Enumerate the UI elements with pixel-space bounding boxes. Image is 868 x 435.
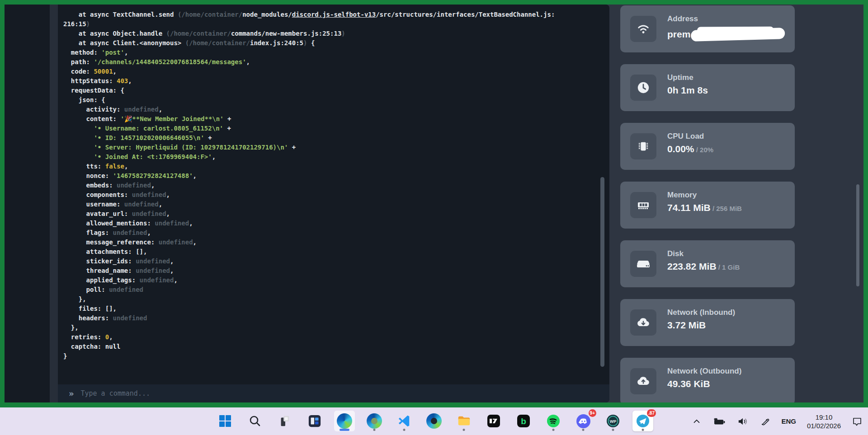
volume-icon[interactable]	[737, 416, 749, 426]
taskbar-widgets-app[interactable]	[304, 411, 325, 431]
console-line: allowed_mentions: undefined,	[63, 219, 598, 228]
pen-icon[interactable]	[760, 416, 770, 426]
taskbar-spotify[interactable]	[543, 411, 564, 431]
console-segment: (/home/container/	[166, 30, 231, 37]
console-line: applied_tags: undefined,	[63, 276, 598, 285]
disk-value: 223.82 MiB	[667, 261, 717, 271]
console-segment: '• Username: carlost.0805_61152\n'	[63, 125, 223, 132]
stat-card-disk: Disk 223.82 MiB / 1 GiB	[620, 240, 795, 287]
cpu-value: 0.00%	[667, 144, 694, 154]
panel-app-window: at async TextChannel.send (/home/contain…	[5, 5, 863, 402]
memory-limit: / 256 MiB	[711, 205, 742, 212]
console-segment: )	[341, 30, 345, 37]
page-scrollbar[interactable]	[856, 184, 859, 286]
console-line: json: {	[63, 95, 598, 105]
cloud-upload-icon	[630, 368, 656, 394]
stat-card-cpu: CPU Load 0.00% / 20%	[620, 123, 795, 170]
disk-limit: / 1 GiB	[717, 263, 740, 271]
file-explorer-icon	[457, 414, 471, 428]
taskbar-edge-alt[interactable]	[424, 411, 444, 431]
stat-value: prem	[667, 26, 785, 40]
windows-start-icon	[219, 415, 231, 427]
running-indicator	[403, 429, 406, 431]
console-segment: undefined	[117, 182, 151, 189]
console-segment: +	[223, 125, 231, 132]
taskbar-b-app[interactable]: b	[513, 411, 534, 431]
taskbar-edge-profile[interactable]	[364, 411, 385, 431]
discord-notification-badge: 9+	[589, 409, 596, 417]
stat-card-address: Address prem	[620, 5, 795, 52]
console-line: method: 'post',	[63, 48, 598, 57]
stat-title: Network (Inbound)	[667, 308, 735, 317]
console-segment: tts:	[63, 163, 105, 170]
taskbar-vscode[interactable]	[394, 411, 415, 431]
console-segment: 0	[105, 333, 109, 341]
console-line: avatar_url: undefined,	[63, 209, 598, 219]
console-segment: commands/new-members.js:25:13	[231, 30, 341, 37]
stat-title: Address	[667, 14, 698, 23]
console-line: at async Object.handle (/home/container/…	[63, 29, 598, 38]
prompt-chevrons-icon: »	[69, 388, 74, 398]
console-segment: at async Client.<anonymous>	[63, 39, 185, 47]
taskbar-icons: b 9+ WP .87	[215, 411, 653, 431]
battery-charging-icon[interactable]	[712, 416, 726, 426]
console-line: '• Server: Hyperliquid (ID: 102978124170…	[63, 143, 598, 152]
running-indicator	[552, 429, 555, 431]
console-line: components: undefined,	[63, 190, 598, 200]
console-segment: false	[105, 163, 124, 170]
command-input[interactable]	[80, 389, 609, 398]
stat-value: 74.11 MiB / 256 MiB	[667, 202, 742, 213]
console-segment: ,	[166, 210, 170, 217]
tray-time: 19:10	[816, 413, 833, 421]
taskbar-discord[interactable]: 9+	[573, 411, 594, 431]
console-segment: ,	[124, 163, 128, 170]
console-segment: avatar_url:	[63, 210, 132, 217]
stat-title: Uptime	[667, 73, 693, 82]
taskbar-telegram[interactable]: .87	[632, 411, 653, 431]
stat-title: Disk	[667, 249, 684, 258]
desktop: { "window": { "frame_color": "#17813c", …	[0, 0, 868, 435]
memory-value: 74.11 MiB	[667, 202, 711, 213]
taskbar-clock[interactable]: 19:10 01/02/2026	[807, 413, 841, 430]
windows-start-button[interactable]	[215, 411, 236, 431]
console-segment: files: [],	[63, 305, 117, 312]
taskbar-wp-app[interactable]: WP	[603, 411, 623, 431]
command-bar: »	[58, 384, 609, 402]
stacked-windows-icon	[278, 414, 292, 428]
console-log[interactable]: at async TextChannel.send (/home/contain…	[63, 10, 598, 378]
taskbar-edge-active[interactable]	[334, 411, 355, 431]
taskbar-stacked-windows-app[interactable]	[274, 411, 295, 431]
stat-title: Network (Outbound)	[667, 367, 741, 376]
stats-panel: Address prem Uptime 0h 1m 8s CPU Load 0.…	[620, 5, 795, 402]
running-indicator	[463, 429, 465, 431]
taskbar-tradingview[interactable]	[483, 411, 504, 431]
notification-center-icon[interactable]	[852, 416, 863, 427]
console-line: '• ID: 1457102020006646055\n' +	[63, 133, 598, 143]
console-line: content: '🎉**New Member Joined**\n' +	[63, 114, 598, 124]
taskbar-file-explorer[interactable]	[453, 411, 474, 431]
terminal-scrollbar[interactable]	[600, 177, 604, 367]
console-segment: undefined	[136, 257, 170, 265]
spotify-icon	[546, 414, 561, 428]
console-line: sticker_ids: undefined,	[63, 257, 598, 266]
console-segment: sticker_ids:	[63, 257, 136, 265]
console-segment: undefined	[155, 220, 189, 227]
b-app-icon: b	[516, 414, 531, 428]
console-segment: null	[105, 343, 121, 350]
running-indicator	[373, 429, 376, 431]
clock-icon	[630, 75, 656, 101]
search-icon	[249, 415, 261, 427]
console-segment: headers:	[63, 314, 113, 322]
tray-chevron-up-icon[interactable]	[692, 416, 702, 426]
system-tray: ENG 19:10 01/02/2026	[692, 407, 863, 435]
stat-value: 3.72 MiB	[667, 320, 706, 331]
console-segment: path:	[63, 58, 94, 65]
console-line: activity: undefined,	[63, 105, 598, 114]
console-segment: activity:	[63, 106, 124, 113]
svg-text:WP: WP	[610, 419, 617, 424]
taskbar-search-button[interactable]	[245, 411, 265, 431]
language-indicator[interactable]: ENG	[781, 417, 796, 425]
console-segment: components:	[63, 191, 132, 198]
console-segment: undefined	[109, 286, 143, 293]
console-segment: nonce:	[63, 172, 113, 179]
